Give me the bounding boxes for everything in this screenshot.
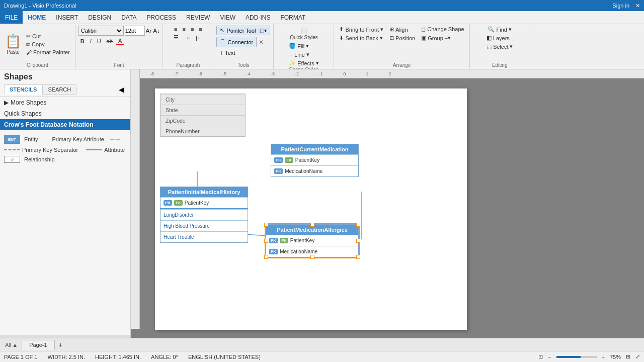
selection-handle-br[interactable]: [356, 255, 360, 259]
arrange-section: ⬆ Bring to Front ▾ ⬇ Send to Back ▾ ⊞ Al…: [334, 24, 469, 69]
find-btn[interactable]: 🔍 Find ▾: [486, 26, 513, 33]
menu-design[interactable]: DESIGN: [83, 11, 116, 24]
sidebar-collapse-btn[interactable]: ◀: [117, 85, 126, 94]
pointer-tool-btn[interactable]: ↖Pointer Tool ⬚▾: [216, 26, 270, 35]
canvas-area[interactable]: City State ZipCode PhoneNumber PatientIn…: [140, 78, 644, 338]
selection-handle-bc[interactable]: [310, 255, 314, 259]
menu-home[interactable]: HOME: [23, 11, 51, 24]
layers-btn[interactable]: ◧ Layers -: [485, 34, 515, 42]
allergies-patientkey-row: PKFK PatientKey: [266, 235, 358, 246]
patient-current-med-header: PatientCurrentMedication: [271, 144, 358, 154]
zoom-in-btn[interactable]: +: [602, 354, 605, 360]
canvas-page: City State ZipCode PhoneNumber PatientIn…: [155, 88, 467, 330]
outdent-btn[interactable]: |←: [194, 34, 205, 41]
selection-handle-ml[interactable]: [264, 239, 268, 243]
sidebar-resize-handle[interactable]: [0, 335, 130, 338]
all-pages-btn[interactable]: All ▲: [2, 341, 21, 349]
patient-current-med-table: PatientCurrentMedication PKFK PatientKey…: [271, 144, 359, 177]
selection-handle-bl[interactable]: [264, 255, 268, 259]
stencil-entity[interactable]: ENT Entity Primary Key Attribute — —: [4, 133, 126, 145]
gray-address-table: City State ZipCode PhoneNumber: [160, 94, 246, 137]
selection-handle-tl[interactable]: [264, 223, 268, 227]
change-shape-btn[interactable]: ◻ Change Shape: [419, 26, 466, 33]
page-1-tab[interactable]: Page-1: [22, 340, 54, 350]
ruler-top: -8 -7 -6 -5 -4 -3 -2 -1 0 1 2: [140, 69, 644, 78]
italic-btn[interactable]: I: [88, 38, 94, 45]
align-center-btn[interactable]: ≡: [181, 26, 188, 33]
zoom-slider[interactable]: [556, 356, 597, 358]
city-row: City: [160, 94, 245, 105]
more-shapes-section[interactable]: ▶More Shapes: [0, 97, 130, 108]
sign-in[interactable]: Sign in: [612, 3, 629, 9]
menu-bar: FILE HOME INSERT DESIGN DATA PROCESS REV…: [0, 11, 644, 24]
search-tab[interactable]: SEARCH: [42, 84, 76, 95]
menu-view[interactable]: VIEW: [215, 11, 240, 24]
lung-disorder-row: LungDisorder: [160, 209, 248, 220]
crowfoot-section[interactable]: Crow's Foot Database Notation: [0, 119, 130, 130]
quick-shapes-section[interactable]: Quick Shapes: [0, 108, 130, 119]
font-family-select[interactable]: Calibri: [78, 26, 124, 36]
view-normal-btn[interactable]: ⊞: [626, 353, 630, 360]
phonenumber-row: PhoneNumber: [160, 126, 245, 136]
stencil-relationship[interactable]: ◇ Relationship: [4, 154, 126, 164]
menu-process[interactable]: PROCESS: [141, 11, 181, 24]
menu-insert[interactable]: INSERT: [51, 11, 83, 24]
quick-styles-btn[interactable]: ▤ Quick Styles: [288, 26, 320, 41]
text-tool-btn[interactable]: TText: [216, 49, 238, 57]
menu-addins[interactable]: ADD-INS: [240, 11, 275, 24]
menu-review[interactable]: REVIEW: [181, 11, 215, 24]
sidebar: Shapes STENCILS SEARCH ◀ ▶More Shapes Qu…: [0, 69, 131, 338]
font-grow-btn[interactable]: A↑: [146, 28, 152, 34]
align-btn[interactable]: ⊞ Align: [387, 26, 417, 33]
zipcode-row: ZipCode: [160, 115, 245, 126]
stencils-tab[interactable]: STENCILS: [4, 84, 42, 95]
fit-page-btn[interactable]: ⊡: [538, 353, 543, 360]
align-left-btn[interactable]: ≡: [172, 26, 179, 33]
close-btn[interactable]: ✕: [635, 3, 640, 9]
connector-close-btn[interactable]: ✕: [259, 39, 264, 46]
add-page-btn[interactable]: +: [56, 340, 66, 350]
paste-button[interactable]: 📋 Paste: [3, 33, 23, 56]
format-painter-button[interactable]: 🖌 Format Painter: [24, 49, 72, 56]
selection-handle-tr[interactable]: [356, 223, 360, 227]
editing-section: 🔍 Find ▾ ◧ Layers - ⬚ Select ▾ Editing: [470, 24, 530, 69]
selection-handle-tc[interactable]: [310, 223, 314, 227]
view-full-btn[interactable]: ⤢: [635, 353, 640, 360]
state-row: State: [160, 105, 245, 115]
send-to-back-btn[interactable]: ⬇ Send to Back ▾: [337, 34, 385, 42]
position-btn[interactable]: ⊡ Position: [387, 34, 417, 42]
font-size-input[interactable]: [125, 26, 145, 36]
indent-btn[interactable]: →|: [182, 34, 193, 41]
effects-btn[interactable]: ✨ Effects ▾: [287, 59, 320, 67]
fill-btn[interactable]: 🪣 Fill ▾: [287, 42, 320, 50]
tools-section: ↖Pointer Tool ⬚▾ ⌒Connector ✕ TText Tool…: [213, 24, 274, 69]
selection-handle-mr[interactable]: [356, 239, 360, 243]
list-btn[interactable]: ☰: [172, 34, 181, 41]
zoom-level: 75%: [610, 354, 621, 360]
page-number: PAGE 1 OF 1: [4, 354, 37, 360]
menu-format[interactable]: FORMAT: [275, 11, 310, 24]
strikethrough-btn[interactable]: ab: [105, 38, 115, 45]
status-right: ⊡ − + 75% ⊞ ⤢: [538, 353, 640, 360]
attribute-label: Attribute: [104, 147, 125, 153]
cut-button[interactable]: ✂ Cut: [24, 33, 72, 40]
underline-btn[interactable]: U: [95, 38, 103, 45]
status-bar: PAGE 1 OF 1 WIDTH: 2.5 IN. HEIGHT: 1.465…: [0, 351, 644, 362]
justify-btn[interactable]: ≡: [197, 26, 204, 33]
bring-to-front-btn[interactable]: ⬆ Bring to Front ▾: [337, 26, 385, 33]
menu-data[interactable]: DATA: [116, 11, 141, 24]
stencil-pk-sep[interactable]: Primary Key Separator Attribute: [4, 145, 126, 154]
heart-trouble-row: Heart Trouble: [160, 231, 248, 242]
connector-btn[interactable]: ⌒Connector: [216, 37, 257, 47]
menu-file[interactable]: FILE: [0, 11, 23, 24]
font-color-btn[interactable]: A: [116, 37, 124, 45]
align-right-btn[interactable]: ≡: [189, 26, 196, 33]
bold-btn[interactable]: B: [78, 38, 87, 45]
select-btn[interactable]: ⬚ Select ▾: [485, 43, 515, 50]
patient-med-allergies-table[interactable]: PatientMedicationAllergies PKFK PatientK…: [266, 224, 359, 257]
font-shrink-btn[interactable]: A↓: [153, 28, 160, 34]
zoom-out-btn[interactable]: −: [548, 354, 551, 360]
group-btn[interactable]: ▣ Group =▾: [419, 34, 466, 42]
line-btn[interactable]: ─ Line ▾: [287, 51, 320, 58]
copy-button[interactable]: ⧉ Copy: [24, 41, 72, 48]
